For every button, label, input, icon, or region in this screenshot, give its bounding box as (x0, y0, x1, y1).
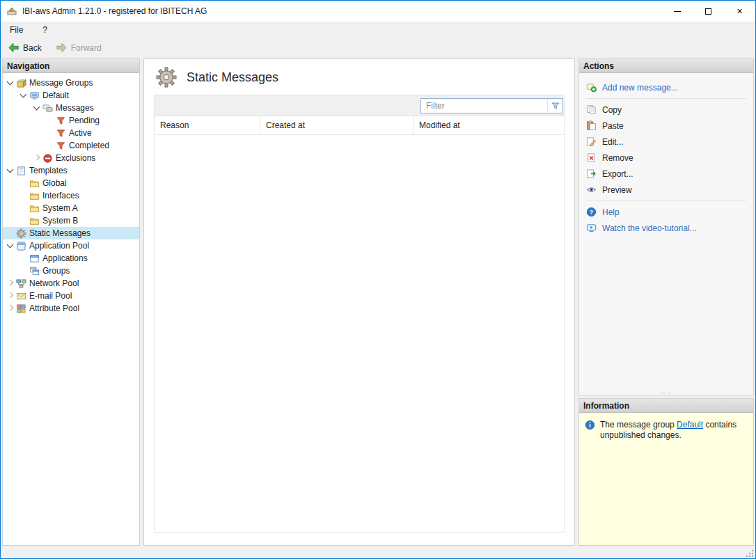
tree-item-application-pool[interactable]: Application Pool (3, 239, 139, 252)
tree-item-label: E-mail Pool (29, 291, 74, 301)
action-label: Help (602, 207, 620, 217)
tree-item-label: Groups (42, 266, 72, 276)
column-header-modified-at[interactable]: Modified at (414, 116, 564, 134)
tree-item-active[interactable]: Active (3, 127, 139, 139)
chevron-down-icon[interactable] (6, 78, 15, 88)
copy-icon (586, 104, 597, 115)
tree-item-groups[interactable]: Groups (3, 265, 139, 277)
info-text-before: The message group (600, 420, 677, 430)
tree-item-label: Templates (29, 166, 70, 175)
tree-spacer (19, 253, 29, 263)
info-icon (585, 420, 595, 430)
forward-button[interactable]: Forward (52, 40, 106, 55)
tree-item-messages[interactable]: Messages (3, 102, 139, 114)
chevron-right-icon[interactable] (6, 304, 15, 313)
folder-icon (29, 216, 40, 226)
column-header-reason[interactable]: Reason (155, 116, 260, 134)
main-panel: Static Messages ReasonCreated atModified… (143, 58, 575, 546)
app-window: IBI-aws Admin 1.21.0 - registered for IB… (0, 0, 756, 559)
table-body (155, 135, 564, 532)
tree-item-label: Network Pool (29, 278, 81, 288)
add-message-icon (586, 82, 597, 93)
action-label: Preview (602, 185, 632, 195)
tree-item-label: Attribute Pool (29, 304, 82, 313)
tree-item-label: Pending (69, 116, 102, 125)
maximize-button[interactable] (693, 1, 724, 22)
tree-item-interfaces[interactable]: Interfaces (3, 189, 139, 202)
tree-item-label: Default (42, 90, 72, 100)
static-messages-gear-icon (155, 66, 178, 88)
actions-overflow-indicator[interactable]: ... (579, 388, 753, 395)
action-remove[interactable]: Remove (586, 150, 746, 166)
tree-item-static-messages[interactable]: Static Messages (3, 227, 139, 239)
resize-grip[interactable] (746, 549, 754, 558)
tree-item-e-mail-pool[interactable]: E-mail Pool (3, 290, 139, 302)
filter-funnel-button[interactable] (547, 99, 562, 113)
right-column: Actions Add new message...CopyPasteEdit.… (578, 58, 754, 546)
back-button[interactable]: Back (3, 40, 46, 55)
information-text: The message group Default contains unpub… (600, 420, 748, 441)
exclusions-icon (42, 153, 53, 164)
chevron-right-icon[interactable] (6, 291, 15, 301)
tree-item-label: Interfaces (42, 191, 82, 200)
chevron-down-icon[interactable] (19, 90, 29, 100)
main-title-row: Static Messages (144, 59, 574, 95)
tree-item-network-pool[interactable]: Network Pool (3, 277, 139, 290)
attribute-pool-icon (16, 304, 26, 314)
paste-icon (586, 120, 597, 131)
menu-file[interactable]: File (8, 24, 25, 36)
filter-row (155, 95, 564, 116)
messages-table: ReasonCreated atModified at (154, 95, 565, 533)
tree-indent (3, 145, 45, 146)
tree-item-completed[interactable]: Completed (3, 139, 139, 152)
filter-input[interactable] (421, 99, 547, 113)
tree-item-attribute-pool[interactable]: Attribute Pool (3, 302, 139, 315)
tree-spacer (19, 191, 29, 200)
chevron-right-icon[interactable] (32, 153, 42, 163)
information-panel: Information The message group Default co… (578, 398, 754, 546)
tree-item-applications[interactable]: Applications (3, 252, 139, 265)
forward-arrow-icon (56, 42, 68, 54)
tree-item-pending[interactable]: Pending (3, 114, 139, 127)
action-watch-the-video-tutorial[interactable]: Watch the video-tutorial... (586, 220, 746, 236)
chevron-down-icon[interactable] (6, 241, 15, 251)
tree-indent (3, 108, 32, 109)
close-button[interactable]: × (724, 1, 755, 22)
table-header-row: ReasonCreated atModified at (155, 116, 564, 135)
tree-item-global[interactable]: Global (3, 177, 139, 189)
chevron-right-icon[interactable] (6, 278, 15, 288)
tree-item-label: Completed (69, 141, 112, 150)
tree-item-label: Applications (42, 253, 90, 263)
tree-item-default[interactable]: Default (3, 89, 139, 102)
tree-item-exclusions[interactable]: Exclusions (3, 152, 139, 164)
action-preview[interactable]: Preview (586, 182, 746, 198)
chevron-down-icon[interactable] (32, 103, 42, 113)
tree-item-label: Active (69, 128, 95, 138)
menu-help[interactable]: ? (40, 24, 49, 36)
window-controls: × (661, 1, 755, 22)
tree-indent (3, 158, 32, 159)
tree-item-label: Message Groups (29, 78, 95, 88)
window-title: IBI-aws Admin 1.21.0 - registered for IB… (22, 6, 207, 16)
tree-item-message-groups[interactable]: Message Groups (3, 77, 139, 89)
column-header-created-at[interactable]: Created at (260, 116, 414, 134)
maximize-icon (705, 8, 711, 15)
svg-text:?: ? (590, 209, 593, 216)
tree-item-system-a[interactable]: System A (3, 202, 139, 214)
action-export[interactable]: Export... (586, 166, 746, 182)
minimize-button[interactable] (661, 1, 693, 22)
chevron-down-icon[interactable] (6, 166, 15, 175)
tree-item-templates[interactable]: Templates (3, 164, 139, 177)
tree-item-system-b[interactable]: System B (3, 214, 139, 227)
toolbar: Back Forward (1, 38, 755, 57)
action-label: Watch the video-tutorial... (602, 223, 697, 233)
default-group-link[interactable]: Default (677, 420, 703, 430)
action-copy[interactable]: Copy (586, 102, 746, 118)
action-add-new-message[interactable]: Add new message... (586, 79, 746, 95)
action-help[interactable]: ?Help (586, 204, 746, 220)
tree-spacer (19, 266, 29, 276)
tree-item-label: Application Pool (29, 241, 92, 251)
tree-spacer (45, 116, 55, 125)
action-edit[interactable]: Edit... (586, 134, 746, 150)
action-paste[interactable]: Paste (586, 118, 746, 134)
